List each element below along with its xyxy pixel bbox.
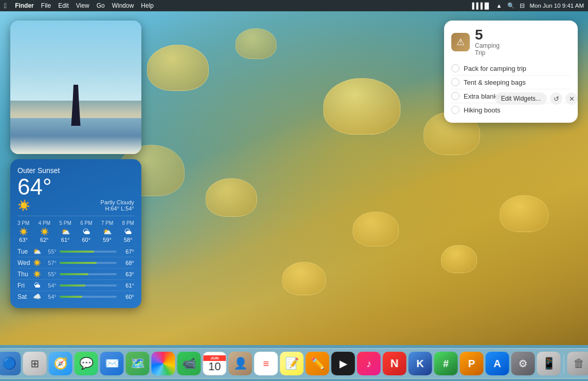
daily-item: Tue ⛅ 55° 67° [17, 246, 134, 257]
dock-item-iphone-mirror[interactable]: 📱 [537, 352, 561, 375]
reminder-checkbox[interactable] [451, 106, 460, 114]
search-icon[interactable]: 🔍 [507, 2, 514, 9]
reminder-item[interactable]: Pack for camping trip [451, 62, 571, 75]
dock-separator [564, 354, 564, 373]
dock-item-music[interactable]: ♪ [357, 352, 381, 375]
menubar-datetime[interactable]: Mon Jun 10 9:41 AM [530, 3, 584, 9]
reminders-widget: ⚠ 5 Camping Trip Pack for camping trip T… [444, 21, 578, 123]
reminder-text: Hiking boots [464, 106, 501, 114]
menubar-file[interactable]: File [41, 2, 51, 9]
dock-item-tv[interactable]: ▶ [332, 352, 355, 375]
menubar-view[interactable]: View [76, 2, 89, 9]
dock-item-calendar[interactable]: JUN 10 [203, 352, 227, 375]
dock-item-photos[interactable] [152, 352, 175, 375]
dock-item-finder[interactable]: 🔵 [0, 352, 21, 375]
dock-item-reminders[interactable]: ≡ [254, 352, 278, 375]
dock-item-facetime[interactable]: 📹 [177, 352, 201, 375]
dock-item-notes[interactable]: 📝 [280, 352, 304, 375]
reminders-list: Pack for camping trip Tent & sleeping ba… [451, 62, 571, 117]
close-widget-button[interactable]: ✕ [565, 92, 578, 105]
rotate-widget-button[interactable]: ↺ [550, 92, 562, 105]
dock-item-maps[interactable]: 🗺️ [126, 352, 150, 375]
dock-item-safari[interactable]: 🧭 [49, 352, 72, 375]
daily-item: Fri 🌥 54° 61° [17, 279, 134, 291]
dock: 🔵⊞🧭💬✉️🗺️📹 JUN 10 👤≡📝✏️▶♪NK#PA⚙📱🗑 [0, 348, 588, 379]
daily-forecast: Tue ⛅ 55° 67° Wed ☀️ 57° 68° Thu ☀️ 55° … [17, 246, 134, 302]
battery-icon: ▐▐▐▐▌ [470, 3, 491, 9]
dock-item-trash[interactable]: 🗑 [567, 352, 589, 375]
reminders-app-icon: ⚠ [451, 33, 470, 51]
menubar-help[interactable]: Help [141, 2, 154, 9]
photo-widget [10, 21, 141, 154]
dock-item-launchpad[interactable]: ⊞ [23, 352, 47, 375]
widget-controls: Edit Widgets... ↺ ✕ [495, 92, 578, 105]
daily-item: Wed ☀️ 57° 68° [17, 257, 134, 268]
wifi-icon: ▲ [496, 3, 502, 9]
reminders-count: 5 [475, 28, 500, 42]
hourly-forecast: 3 PM ☀️ 63° 4 PM ☀️ 62° 5 PM ⛅ 61° 6 PM … [17, 216, 134, 243]
control-center-icon[interactable]: ⊟ [520, 2, 525, 9]
reminder-checkbox[interactable] [451, 78, 460, 86]
dock-item-freeform[interactable]: ✏️ [306, 352, 329, 375]
surfer-body [68, 85, 84, 126]
photo-widget-inner [10, 21, 141, 154]
menubar-edit[interactable]: Edit [58, 2, 69, 9]
dock-item-mail[interactable]: ✉️ [100, 352, 124, 375]
reminder-checkbox[interactable] [451, 64, 460, 72]
reminder-item[interactable]: Hiking boots [451, 103, 571, 117]
reminders-header: ⚠ 5 Camping Trip [451, 28, 571, 56]
edit-widgets-button[interactable]: Edit Widgets... [495, 92, 547, 105]
menubar-go[interactable]: Go [97, 2, 105, 9]
menubar-window[interactable]: Window [112, 2, 134, 9]
dock-item-messages[interactable]: 💬 [75, 352, 98, 375]
hourly-item: 5 PM ⛅ 61° [59, 220, 71, 243]
daily-item: Sat ☁️ 54° 60° [17, 291, 134, 302]
dock-item-numbers[interactable]: # [434, 352, 458, 375]
menubar-left:  Finder File Edit View Go Window Help [4, 2, 154, 10]
hourly-item: 6 PM 🌥 60° [80, 220, 92, 243]
hourly-item: 8 PM 🌥 58° [122, 220, 134, 243]
menubar-right: ▐▐▐▐▌ ▲ 🔍 ⊟ Mon Jun 10 9:41 AM [470, 2, 584, 9]
dock-item-news[interactable]: N [383, 352, 407, 375]
weather-condition: Partly Cloudy H:64° L:54° [101, 199, 134, 212]
dock-item-appstore[interactable]: A [486, 352, 509, 375]
reminder-text: Tent & sleeping bags [464, 79, 526, 86]
dock-item-pages[interactable]: P [460, 352, 484, 375]
reminder-text: Pack for camping trip [464, 65, 526, 72]
weather-location: Outer Sunset [17, 166, 134, 175]
hourly-item: 7 PM ⛅ 59° [101, 220, 113, 243]
menubar-app-name[interactable]: Finder [15, 2, 34, 9]
reminder-item[interactable]: Tent & sleeping bags [451, 75, 571, 89]
hourly-item: 3 PM ☀️ 63° [17, 220, 29, 243]
surfer-figure [68, 85, 84, 126]
weather-sun-icon: ☀️ [17, 199, 30, 212]
reminders-group-name: Camping Trip [475, 42, 500, 56]
daily-item: Thu ☀️ 55° 63° [17, 268, 134, 279]
menubar:  Finder File Edit View Go Window Help ▐… [0, 0, 588, 11]
hourly-item: 4 PM ☀️ 62° [39, 220, 50, 243]
dock-item-settings[interactable]: ⚙ [511, 352, 535, 375]
weather-temperature: 64° [17, 175, 134, 199]
reminder-checkbox[interactable] [451, 92, 460, 100]
dock-item-contacts[interactable]: 👤 [229, 352, 252, 375]
weather-widget: Outer Sunset 64° ☀️ Partly Cloudy H:64° … [10, 159, 141, 308]
reminders-count-section: 5 Camping Trip [475, 28, 500, 56]
dock-item-keynote[interactable]: K [409, 352, 432, 375]
apple-menu[interactable]:  [4, 2, 7, 10]
